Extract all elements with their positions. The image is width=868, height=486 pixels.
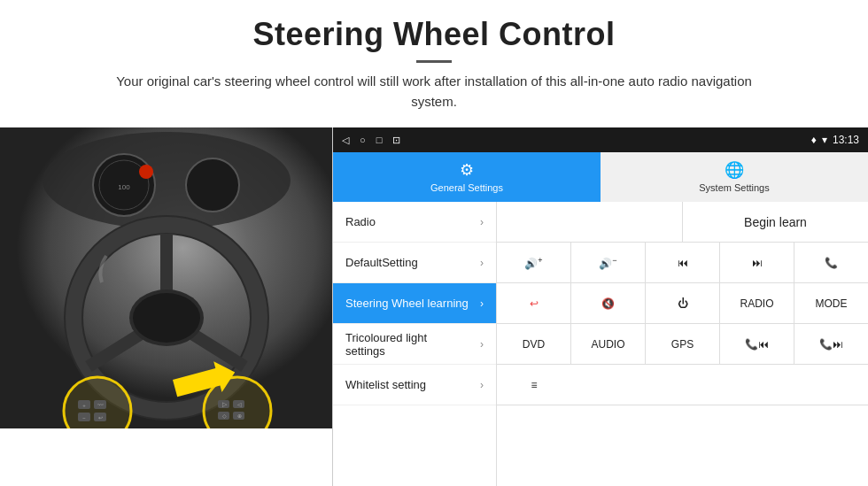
svg-text:100: 100 bbox=[118, 183, 130, 191]
radio-label: RADIO bbox=[740, 297, 773, 310]
list-icon: ≡ bbox=[531, 379, 537, 391]
button-panel: Begin learn 🔊+ 🔊− ⏮ bbox=[497, 202, 868, 486]
phone-icon: 📞 bbox=[825, 257, 838, 269]
mode-button[interactable]: MODE bbox=[794, 283, 868, 323]
svg-point-3 bbox=[186, 158, 239, 212]
next-track-icon: ⏭ bbox=[752, 257, 763, 269]
svg-point-1 bbox=[43, 132, 291, 229]
menu-list: Radio › DefaultSetting › Steering Wheel … bbox=[333, 202, 497, 486]
menu-item-tricoloured-label: Tricoloured lightsettings bbox=[345, 331, 427, 358]
svg-text:+: + bbox=[82, 403, 86, 408]
hangup-button[interactable]: ↩ bbox=[497, 283, 571, 323]
svg-text:◁: ◁ bbox=[237, 402, 242, 407]
phone-next-button[interactable]: 📞⏭ bbox=[794, 324, 868, 364]
tab-general-label: General Settings bbox=[430, 182, 503, 193]
menu-item-steering-label: Steering Wheel learning bbox=[345, 297, 469, 310]
home-nav-icon[interactable]: ○ bbox=[360, 135, 366, 145]
chevron-icon: › bbox=[480, 216, 484, 228]
svg-point-13 bbox=[133, 293, 200, 343]
menu-item-default-label: DefaultSetting bbox=[345, 256, 418, 269]
svg-text:⊕: ⊕ bbox=[237, 413, 242, 419]
chevron-icon: › bbox=[480, 338, 484, 351]
menu-item-whitelist[interactable]: Whitelist setting › bbox=[333, 365, 496, 405]
volume-up-button[interactable]: 🔊+ bbox=[497, 243, 571, 282]
button-row-3: ↩ 🔇 ⏻ RADIO MODE bbox=[497, 283, 868, 324]
menu-item-radio[interactable]: Radio › bbox=[333, 202, 496, 243]
volume-down-button[interactable]: 🔊− bbox=[571, 243, 646, 282]
back-nav-icon[interactable]: ◁ bbox=[342, 135, 349, 146]
power-icon: ⏻ bbox=[678, 297, 688, 310]
phone-prev-icon: 📞⏮ bbox=[745, 338, 769, 351]
phone-button[interactable]: 📞 bbox=[794, 243, 868, 282]
recent-nav-icon[interactable]: □ bbox=[376, 135, 383, 145]
phone-prev-button[interactable]: 📞⏮ bbox=[720, 324, 794, 364]
prev-track-icon: ⏮ bbox=[678, 257, 688, 269]
prev-track-button[interactable]: ⏮ bbox=[646, 243, 720, 282]
steering-wheel-image: 100 bbox=[0, 127, 332, 428]
button-row-5: ≡ bbox=[497, 365, 868, 405]
svg-text:◇: ◇ bbox=[222, 413, 227, 419]
button-row-4: DVD AUDIO GPS 📞⏮ 📞⏭ bbox=[497, 324, 868, 365]
list-button[interactable]: ≡ bbox=[497, 365, 571, 405]
page-wrapper: Steering Wheel Control Your original car… bbox=[0, 0, 868, 486]
svg-text:−: − bbox=[82, 415, 86, 420]
volume-up-icon: 🔊+ bbox=[524, 256, 542, 270]
status-bar-left: ◁ ○ □ ⊡ bbox=[342, 135, 400, 146]
tab-system-label: System Settings bbox=[699, 182, 769, 193]
android-panel: ◁ ○ □ ⊡ ♦ ▾ 13:13 ⚙ General Settings bbox=[332, 127, 868, 486]
general-settings-icon: ⚙ bbox=[460, 160, 474, 180]
system-settings-icon: 🌐 bbox=[725, 160, 744, 180]
menu-item-steering-wheel[interactable]: Steering Wheel learning › bbox=[333, 283, 496, 324]
title-divider bbox=[416, 60, 452, 63]
screenshot-icon[interactable]: ⊡ bbox=[392, 135, 400, 146]
button-row-1: Begin learn bbox=[497, 202, 868, 243]
button-row-2: 🔊+ 🔊− ⏮ ⏭ 📞 bbox=[497, 243, 868, 283]
menu-item-tricoloured[interactable]: Tricoloured lightsettings › bbox=[333, 324, 496, 365]
top-tabs: ⚙ General Settings 🌐 System Settings bbox=[333, 152, 868, 202]
radio-button[interactable]: RADIO bbox=[720, 283, 794, 323]
empty-cell bbox=[497, 202, 683, 242]
begin-learn-button[interactable]: Begin learn bbox=[683, 202, 868, 242]
page-subtitle: Your original car's steering wheel contr… bbox=[97, 72, 771, 112]
gps-button[interactable]: GPS bbox=[646, 324, 720, 364]
page-title: Steering Wheel Control bbox=[53, 16, 815, 53]
power-button[interactable]: ⏻ bbox=[646, 283, 720, 323]
mode-label: MODE bbox=[816, 297, 848, 310]
mute-button[interactable]: 🔇 bbox=[571, 283, 646, 323]
chevron-icon: › bbox=[480, 379, 484, 391]
svg-point-6 bbox=[139, 165, 153, 179]
chevron-icon: › bbox=[480, 297, 484, 310]
status-bar: ◁ ○ □ ⊡ ♦ ▾ 13:13 bbox=[333, 127, 868, 152]
mute-icon: 🔇 bbox=[601, 297, 615, 310]
svg-text:↩: ↩ bbox=[98, 415, 103, 420]
menu-item-whitelist-label: Whitelist setting bbox=[345, 378, 426, 391]
header-section: Steering Wheel Control Your original car… bbox=[0, 0, 868, 119]
content-area: 100 bbox=[0, 127, 868, 486]
hangup-icon: ↩ bbox=[530, 297, 539, 310]
menu-item-radio-label: Radio bbox=[345, 215, 376, 228]
menu-item-default-setting[interactable]: DefaultSetting › bbox=[333, 243, 496, 283]
tab-system-settings[interactable]: 🌐 System Settings bbox=[601, 152, 868, 202]
settings-menu: Radio › DefaultSetting › Steering Wheel … bbox=[333, 202, 868, 486]
svg-text:〰: 〰 bbox=[97, 402, 104, 408]
wifi-icon: ▾ bbox=[822, 134, 827, 146]
status-bar-right: ♦ ▾ 13:13 bbox=[811, 134, 859, 146]
phone-next-icon: 📞⏭ bbox=[819, 338, 843, 351]
location-icon: ♦ bbox=[811, 134, 817, 146]
next-track-button[interactable]: ⏭ bbox=[720, 243, 794, 282]
chevron-icon: › bbox=[480, 257, 484, 269]
audio-button[interactable]: AUDIO bbox=[571, 324, 646, 364]
time-display: 13:13 bbox=[833, 134, 859, 146]
dvd-label: DVD bbox=[523, 338, 545, 351]
tab-general-settings[interactable]: ⚙ General Settings bbox=[333, 152, 601, 202]
audio-label: AUDIO bbox=[591, 338, 624, 351]
dvd-button[interactable]: DVD bbox=[497, 324, 571, 364]
volume-down-icon: 🔊− bbox=[599, 256, 616, 270]
gps-label: GPS bbox=[671, 338, 694, 351]
